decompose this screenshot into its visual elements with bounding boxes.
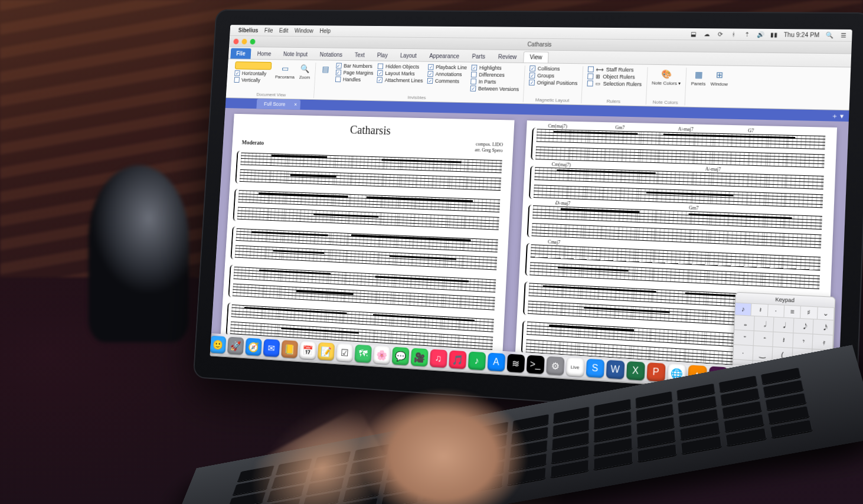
dock-app-word[interactable]: W	[606, 360, 625, 379]
check-layout-marks[interactable]: Layout Marks	[377, 70, 423, 77]
keypad-tab-1[interactable]: ♪	[735, 303, 751, 316]
check-annotations[interactable]: Annotations	[427, 71, 466, 77]
dock-app-photos[interactable]: 🌸	[373, 346, 391, 364]
ribbon-tab-home[interactable]: Home	[251, 48, 277, 59]
check-differences[interactable]: Differences	[471, 71, 520, 78]
ribbon-tab-note-input[interactable]: Note Input	[277, 48, 314, 60]
check-object-rulers[interactable]: ⊞ Object Rulers	[587, 73, 642, 80]
document-tab-full-score[interactable]: Full Score ×	[256, 99, 300, 110]
check-handles[interactable]: Handles	[335, 77, 373, 83]
dock-app-contacts[interactable]: 📒	[281, 340, 298, 358]
dock-app-serum[interactable]: S	[586, 359, 604, 378]
check-collisions[interactable]: Collisions	[529, 66, 578, 72]
ribbon-tab-text[interactable]: Text	[348, 50, 371, 61]
keypad-cell[interactable]: 𝄼	[753, 331, 773, 347]
ribbon-tab-layout[interactable]: Layout	[394, 50, 423, 61]
dock-app-itunes[interactable]: ♫	[429, 349, 447, 368]
check-playback-line[interactable]: Playback Line	[428, 64, 467, 71]
keypad-tab-3[interactable]: ·	[768, 305, 785, 318]
keypad-tab-6[interactable]: ⌄	[818, 307, 835, 320]
window-minimize-button[interactable]	[241, 38, 247, 44]
status-volume-icon[interactable]: 🔊	[757, 31, 764, 38]
dock-app-ableton[interactable]: ≋	[506, 354, 525, 373]
ribbon-tab-notations[interactable]: Notations	[313, 49, 348, 60]
dock-app-notes[interactable]: 📝	[317, 342, 334, 361]
keypad-cell[interactable]: 𝄾	[793, 333, 813, 349]
window-close-button[interactable]	[233, 38, 238, 44]
status-bluetooth-icon[interactable]: ᚼ	[730, 31, 737, 38]
window-maximize-button[interactable]	[250, 38, 255, 44]
menu-file[interactable]: File	[264, 27, 273, 33]
check-between-versions[interactable]: Between Versions	[470, 86, 519, 92]
horizontally-check[interactable]: Horizontally	[234, 70, 271, 76]
dock-app-finder[interactable]: 🙂	[210, 336, 226, 354]
keypad-tab-2[interactable]: 𝄽	[751, 304, 769, 317]
dock-app-terminal[interactable]: >_	[526, 355, 544, 374]
zoom-button[interactable]: 🔍 Zoom	[299, 63, 311, 80]
check-selection-rulers[interactable]: ▭ Selection Rulers	[587, 80, 642, 87]
dock-app-facetime[interactable]: 🎥	[410, 348, 428, 367]
panorama-button[interactable]: ▭ Panorama	[275, 62, 296, 80]
keypad-cell[interactable]: 𝅘𝅥𝅯	[813, 319, 834, 335]
keypad-tab-5[interactable]: ♯	[800, 306, 818, 320]
check-in-parts[interactable]: In Parts	[470, 78, 519, 85]
dock-app-mail[interactable]: ✉︎	[263, 339, 280, 357]
check-highlights[interactable]: Highlights	[471, 65, 520, 71]
dock-app-safari[interactable]: 🧭	[245, 338, 262, 356]
status-clock[interactable]: Thu 9:24 PM	[783, 31, 819, 38]
panels-button[interactable]: ▦ Panels	[691, 68, 706, 87]
keypad-cell[interactable]: 𝅝	[734, 315, 754, 331]
keypad-cell[interactable]: 𝅘𝅥𝅮	[793, 318, 814, 334]
ribbon-tab-file[interactable]: File	[230, 48, 251, 59]
dock-app-music[interactable]: 🎵	[449, 351, 466, 369]
dock-app-appstore[interactable]: A	[487, 353, 505, 372]
add-tab-button[interactable]: ＋ ▾	[831, 111, 849, 120]
dock-app-calendar[interactable]: 📅	[299, 341, 316, 359]
dock-app-messages[interactable]: 💬	[391, 347, 409, 365]
ribbon-tab-review[interactable]: Review	[492, 51, 524, 63]
menu-window[interactable]: Window	[295, 28, 313, 34]
status-spotlight-icon[interactable]: 🔍	[825, 32, 833, 38]
check-staff-rulers[interactable]: ⟷ Staff Rulers	[588, 66, 642, 73]
check-hidden-objects[interactable]: Hidden Objects	[378, 64, 424, 70]
check-page-margins[interactable]: Page Margins	[336, 70, 374, 76]
keypad-cell[interactable]: 𝄽	[773, 332, 794, 348]
ribbon-tab-play[interactable]: Play	[371, 50, 394, 61]
ribbon-tab-view[interactable]: View	[523, 51, 548, 63]
dock-app-reminders[interactable]: ☑︎	[336, 343, 353, 362]
status-wifi-icon[interactable]: ⇡	[743, 31, 751, 38]
status-sync-icon[interactable]: ⟳	[716, 31, 724, 37]
spreads-toggle[interactable]	[235, 61, 272, 70]
keypad-cell[interactable]: 𝅘𝅥	[774, 318, 795, 333]
dock-app-powerpoint[interactable]: P	[646, 362, 665, 382]
check-original-positions[interactable]: Original Positions	[529, 80, 577, 86]
dock-app-live[interactable]: Live	[565, 358, 584, 377]
dock-app-excel[interactable]: X	[626, 361, 645, 381]
status-battery-icon[interactable]: ▮▮	[770, 31, 777, 38]
keypad-cell[interactable]: 𝄻	[734, 330, 754, 346]
menu-edit[interactable]: Edit	[279, 28, 289, 34]
dock-app-maps[interactable]: 🗺	[354, 345, 371, 363]
vertically-check[interactable]: Vertically	[234, 77, 271, 83]
check-comments[interactable]: Comments	[427, 78, 466, 84]
menu-help[interactable]: Help	[319, 28, 331, 34]
window-button[interactable]: ⊞ Window	[710, 68, 728, 87]
status-cloud-icon[interactable]: ☁︎	[703, 31, 711, 37]
document-tab-close-icon[interactable]: ×	[294, 102, 297, 107]
check-attachment-lines[interactable]: Attachment Lines	[377, 77, 423, 84]
keypad-cell[interactable]: 𝄿	[813, 335, 833, 351]
menu-app-name[interactable]: Sibelius	[238, 27, 258, 34]
keypad-tab-4[interactable]: ≡	[784, 306, 801, 319]
note-colors-button[interactable]: 🎨 Note Colors ▾	[652, 67, 681, 86]
dock-app-spotify[interactable]: ♪	[468, 351, 485, 370]
ribbon-tab-appearance[interactable]: Appearance	[423, 50, 465, 61]
keypad-cell[interactable]: 𝅗𝅥	[754, 316, 774, 332]
check-groups[interactable]: Groups	[529, 73, 578, 79]
dock-app-launchpad[interactable]: 🚀	[227, 337, 244, 355]
check-bar-numbers[interactable]: Bar Numbers	[336, 63, 374, 69]
status-notification-icon[interactable]: ☰	[839, 32, 847, 39]
status-dropbox-icon[interactable]: ⬓	[689, 31, 697, 37]
keypad-cell[interactable]: ·	[733, 345, 753, 361]
ribbon-tab-parts[interactable]: Parts	[466, 51, 492, 62]
keypad-cell[interactable]: ‿	[753, 346, 773, 362]
